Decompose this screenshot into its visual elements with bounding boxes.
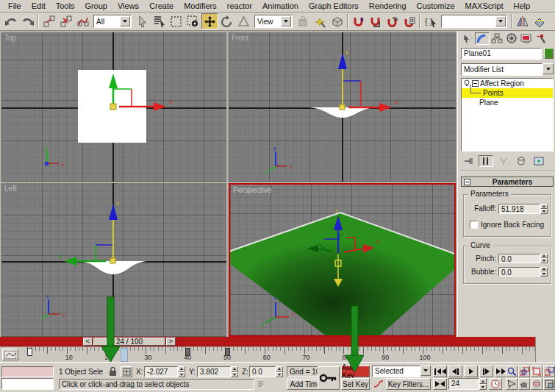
remove-modifier-icon[interactable]: [514, 155, 529, 167]
current-frame-indicator[interactable]: [121, 348, 128, 362]
zoom-all-icon[interactable]: [518, 366, 530, 377]
menu-edit[interactable]: Edit: [26, 1, 51, 11]
set-keys-button[interactable]: [318, 366, 340, 390]
falloff-spinner[interactable]: [540, 204, 548, 214]
select-and-move-icon[interactable]: [201, 13, 218, 29]
mirror-icon[interactable]: [514, 13, 531, 29]
go-to-start-button[interactable]: [433, 366, 447, 377]
tab-utilities-icon[interactable]: [534, 32, 548, 45]
viewport-label[interactable]: Front: [232, 34, 248, 42]
bind-to-space-warp-icon[interactable]: [74, 13, 91, 29]
play-button[interactable]: [464, 366, 478, 377]
menu-animation[interactable]: Animation: [257, 1, 304, 11]
select-and-link-icon[interactable]: [40, 13, 57, 29]
configure-modifier-sets-icon[interactable]: [531, 155, 546, 167]
maxscript-mini-listener-pink[interactable]: [1, 366, 54, 377]
selection-filter-dropdown[interactable]: All: [93, 15, 132, 28]
selected-vertex[interactable]: [110, 104, 116, 110]
z-coordinate-field[interactable]: 0.0: [249, 366, 276, 377]
pinch-spinner[interactable]: [540, 254, 548, 263]
communication-center-icon[interactable]: [257, 379, 265, 390]
dropdown-arrow-icon[interactable]: [543, 63, 554, 74]
selected-vertex[interactable]: [340, 104, 345, 110]
key-mode-selector-dropdown[interactable]: Selected: [372, 366, 431, 377]
show-end-result-icon[interactable]: [479, 155, 493, 167]
zoom-icon[interactable]: [506, 366, 518, 377]
y-coordinate-field[interactable]: 3.802: [197, 366, 231, 377]
parameters-rollout-header[interactable]: Parameters: [461, 177, 554, 187]
stack-row-plane[interactable]: Plane: [462, 98, 553, 107]
select-and-rotate-icon[interactable]: [218, 13, 235, 29]
lightbulb-icon[interactable]: [463, 79, 470, 88]
dropdown-arrow-icon[interactable]: [281, 16, 291, 26]
spinner-snap-icon[interactable]: [401, 13, 418, 29]
next-frame-button[interactable]: [479, 366, 493, 377]
percent-snap-icon[interactable]: %: [384, 13, 401, 29]
zoom-extents-all-icon[interactable]: [543, 366, 555, 377]
maxscript-mini-listener-white[interactable]: [1, 378, 54, 390]
object-name-field[interactable]: Plane01: [461, 48, 542, 60]
menu-graph-editors[interactable]: Graph Editors: [304, 1, 364, 11]
rollout-collapse-icon[interactable]: [464, 179, 470, 185]
min-max-toggle-icon[interactable]: [543, 378, 555, 390]
menu-help[interactable]: Help: [509, 1, 536, 11]
viewport-top[interactable]: x y x Top: [1, 32, 226, 182]
track-bar[interactable]: 102030405060708090100: [0, 346, 535, 362]
menu-maxscript[interactable]: MAXScript: [460, 1, 509, 11]
rectangular-selection-region-icon[interactable]: [168, 13, 185, 29]
object-color-swatch[interactable]: [544, 48, 554, 59]
menu-views[interactable]: Views: [112, 1, 144, 11]
keyframe-marker-20[interactable]: [106, 348, 111, 356]
tab-motion-icon[interactable]: [504, 32, 519, 45]
keyframe-marker-40[interactable]: [185, 348, 190, 356]
gizmo-x-arrow[interactable]: [154, 102, 166, 111]
keyframe-marker-50[interactable]: [225, 348, 230, 356]
menu-rendering[interactable]: Rendering: [364, 1, 412, 11]
set-key-button[interactable]: Set Key: [341, 378, 370, 390]
x-coordinate-field[interactable]: -2.027: [144, 366, 178, 377]
z-spinner[interactable]: [276, 366, 283, 377]
redo-icon[interactable]: [19, 13, 36, 29]
select-and-scale-icon[interactable]: [235, 13, 252, 29]
menu-tools[interactable]: Tools: [51, 1, 80, 11]
bubble-spinner[interactable]: [540, 267, 548, 277]
tab-hierarchy-icon[interactable]: [490, 32, 504, 45]
selected-vertex[interactable]: [110, 258, 115, 263]
use-pivot-point-center-icon[interactable]: [295, 13, 312, 29]
key-filters-button[interactable]: Key Filters...: [386, 378, 431, 390]
pin-stack-icon[interactable]: [461, 155, 476, 167]
stack-row-points[interactable]: Points: [462, 88, 553, 98]
time-slider-handle[interactable]: 24 / 100: [93, 338, 165, 346]
viewport-left[interactable]: z y z x Left: [1, 183, 226, 337]
region-zoom-icon[interactable]: [506, 378, 518, 390]
tab-create-icon[interactable]: [460, 32, 475, 45]
time-slider-track[interactable]: < 24 / 100 >: [0, 337, 535, 346]
select-object-icon[interactable]: [134, 13, 151, 29]
arc-rotate-icon[interactable]: [531, 378, 543, 390]
tab-modify-icon[interactable]: [475, 32, 490, 45]
viewport-perspective[interactable]: z x z x y Perspective: [229, 183, 456, 337]
mini-curve-editor-icon[interactable]: [2, 349, 18, 360]
time-slider-prev[interactable]: <: [83, 338, 93, 346]
ignore-back-facing-checkbox[interactable]: [470, 221, 478, 229]
auto-key-button[interactable]: Auto Key: [341, 366, 370, 377]
viewport-front[interactable]: z x z x y Front: [229, 32, 456, 182]
viewport-label[interactable]: Perspective: [233, 186, 271, 194]
select-and-manipulate-icon[interactable]: [312, 13, 329, 29]
keyboard-override-icon[interactable]: [329, 13, 345, 29]
selection-lock-icon[interactable]: [108, 366, 118, 377]
y-spinner[interactable]: [231, 366, 238, 377]
tab-display-icon[interactable]: [519, 32, 534, 45]
viewport-label[interactable]: Left: [4, 185, 17, 193]
time-slider-next[interactable]: >: [166, 338, 176, 346]
make-unique-icon[interactable]: [496, 155, 511, 167]
reference-coordinate-dropdown[interactable]: View: [254, 15, 293, 28]
bubble-field[interactable]: 0.0: [498, 267, 540, 277]
gizmo-x-arrow[interactable]: [379, 103, 392, 112]
menu-create[interactable]: Create: [144, 1, 179, 11]
falloff-field[interactable]: 51.918: [498, 204, 540, 214]
modifier-list-dropdown[interactable]: Modifier List: [461, 63, 554, 76]
current-frame-field[interactable]: 24: [448, 378, 479, 390]
window-crossing-icon[interactable]: [185, 13, 201, 29]
align-icon[interactable]: [531, 13, 548, 29]
